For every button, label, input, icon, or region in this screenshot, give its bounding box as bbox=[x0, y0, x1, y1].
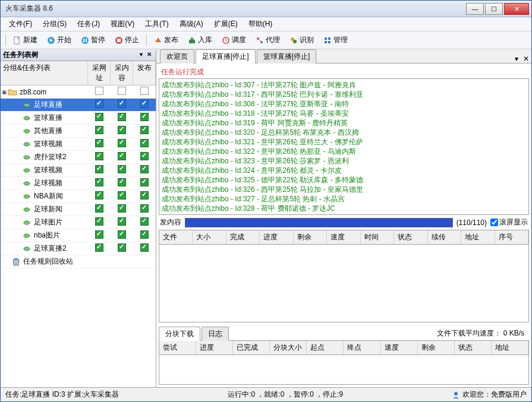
checkbox[interactable] bbox=[95, 217, 103, 226]
col-publish[interactable]: 发布 bbox=[133, 61, 156, 85]
tree-item[interactable]: 篮球视频 bbox=[1, 138, 156, 151]
checkbox[interactable] bbox=[95, 87, 103, 95]
checkbox[interactable] bbox=[95, 165, 103, 173]
checkbox[interactable] bbox=[118, 165, 126, 173]
grid-col[interactable]: 已完成 bbox=[233, 341, 270, 354]
tree-item[interactable]: nba图片 bbox=[1, 229, 156, 242]
recognize-button[interactable]: 识别 bbox=[286, 33, 317, 47]
checkbox[interactable] bbox=[118, 139, 126, 147]
tab[interactable]: 足球直播[停止] bbox=[196, 49, 256, 64]
panel-dropdown-icon[interactable]: ▾ bbox=[137, 51, 145, 59]
checkbox[interactable] bbox=[140, 113, 149, 121]
grid-col[interactable]: 尝试 bbox=[159, 341, 196, 354]
checkbox[interactable] bbox=[118, 178, 126, 186]
subtab-chunk[interactable]: 分块下载 bbox=[159, 327, 200, 341]
checkbox[interactable] bbox=[95, 113, 103, 121]
checkbox[interactable] bbox=[95, 243, 103, 252]
tab-dropdown-icon[interactable]: ▾ bbox=[512, 55, 521, 63]
grid-col[interactable]: 剩余 bbox=[418, 341, 455, 354]
grid-col[interactable]: 地址 bbox=[461, 230, 495, 244]
grid-col[interactable]: 文件 bbox=[159, 230, 193, 244]
checkbox[interactable] bbox=[95, 126, 103, 134]
tab[interactable]: 篮球直播[停止] bbox=[257, 49, 317, 64]
menu-item[interactable]: 帮助(H) bbox=[244, 18, 278, 30]
pause-button[interactable]: 暂停 bbox=[77, 33, 109, 47]
checkbox[interactable] bbox=[140, 191, 149, 200]
checkbox[interactable] bbox=[140, 87, 149, 95]
tree-item[interactable]: 足球图片 bbox=[1, 216, 156, 229]
scroll-checkbox[interactable]: 滚屏显示 bbox=[490, 217, 528, 227]
tree-item[interactable]: 虎扑篮球2 bbox=[1, 151, 156, 164]
new-button[interactable]: 新建 bbox=[10, 33, 41, 47]
checkbox[interactable] bbox=[140, 126, 149, 134]
grid-col[interactable]: 地址 bbox=[492, 341, 528, 354]
panel-close-icon[interactable]: ✕ bbox=[145, 51, 153, 59]
checkbox[interactable] bbox=[95, 178, 103, 186]
tab-close-icon[interactable]: ✕ bbox=[521, 55, 531, 63]
grid-col[interactable]: 终点 bbox=[344, 341, 380, 354]
minimize-button[interactable]: — bbox=[466, 3, 484, 15]
checkbox[interactable] bbox=[118, 152, 126, 160]
tab[interactable]: 欢迎页 bbox=[160, 49, 194, 64]
schedule-button[interactable]: 调度 bbox=[218, 33, 250, 47]
checkbox[interactable] bbox=[140, 178, 149, 186]
recycle-bin-row[interactable]: 任务规则回收站 bbox=[1, 255, 156, 268]
grid-col[interactable]: 状态 bbox=[455, 341, 492, 354]
grid-col[interactable]: 进度 bbox=[260, 230, 293, 244]
grid-col[interactable]: 分块大小 bbox=[270, 341, 307, 354]
checkbox[interactable] bbox=[140, 152, 149, 160]
grid-col[interactable]: 进度 bbox=[196, 341, 233, 354]
checkbox[interactable] bbox=[140, 100, 149, 108]
menu-item[interactable]: 分组(S) bbox=[38, 18, 71, 30]
grid-col[interactable]: 续传 bbox=[428, 230, 461, 244]
tree-item[interactable]: 足球直播2 bbox=[1, 242, 156, 255]
checkbox[interactable] bbox=[95, 139, 103, 147]
grid-col[interactable]: 剩余 bbox=[294, 230, 327, 244]
checkbox[interactable] bbox=[118, 191, 126, 200]
checkbox[interactable] bbox=[140, 243, 149, 252]
tree-item[interactable]: 足球新闻 bbox=[1, 203, 156, 216]
maximize-button[interactable]: ☐ bbox=[485, 3, 503, 15]
grid-col[interactable]: 速度 bbox=[381, 341, 418, 354]
checkbox[interactable] bbox=[118, 243, 126, 252]
tree-item[interactable]: 足球直播 bbox=[1, 99, 156, 112]
checkbox[interactable] bbox=[118, 204, 126, 213]
grid-col[interactable]: 速度 bbox=[327, 230, 360, 244]
grid-col[interactable]: 完成 bbox=[226, 230, 260, 244]
menu-item[interactable]: 视图(V) bbox=[106, 18, 139, 30]
checkbox[interactable] bbox=[118, 230, 126, 239]
grid-col[interactable]: 起点 bbox=[307, 341, 344, 354]
tree-item[interactable]: 其他直播 bbox=[1, 125, 156, 138]
checkbox[interactable] bbox=[95, 230, 103, 239]
checkbox[interactable] bbox=[140, 139, 149, 147]
grid-col[interactable]: 序号 bbox=[495, 230, 528, 244]
tree-item[interactable]: NBA新闻 bbox=[1, 190, 156, 203]
checkbox[interactable] bbox=[118, 217, 126, 226]
stop-button[interactable]: 停止 bbox=[111, 33, 143, 47]
checkbox[interactable] bbox=[95, 204, 103, 213]
expander-icon[interactable]: ▣ bbox=[1, 89, 8, 95]
checkbox[interactable] bbox=[118, 87, 126, 95]
checkbox[interactable] bbox=[118, 100, 126, 108]
close-button[interactable]: ✕ bbox=[504, 3, 529, 15]
tree-item[interactable]: 足球视频 bbox=[1, 177, 156, 190]
checkbox[interactable] bbox=[140, 204, 149, 213]
tree-root[interactable]: ▣ zb8.com bbox=[1, 86, 156, 99]
col-url[interactable]: 采网址 bbox=[88, 61, 111, 85]
checkbox[interactable] bbox=[140, 165, 149, 173]
log-box[interactable]: 成功发布到站点zhibo - Id:307 - 法甲第27轮 图卢兹 - 阿雅克… bbox=[159, 78, 529, 215]
start-button[interactable]: 开始 bbox=[43, 33, 75, 47]
grid-col[interactable]: 状态 bbox=[394, 230, 427, 244]
menu-item[interactable]: 高级(A) bbox=[175, 18, 208, 30]
publish-button[interactable]: 发布 bbox=[150, 33, 182, 47]
menu-item[interactable]: 扩展(E) bbox=[209, 18, 243, 30]
menu-item[interactable]: 文件(F) bbox=[4, 18, 37, 30]
grid-col[interactable]: 大小 bbox=[193, 230, 226, 244]
file-grid-body[interactable] bbox=[159, 245, 529, 322]
subtab-log[interactable]: 日志 bbox=[202, 327, 229, 341]
checkbox[interactable] bbox=[118, 126, 126, 134]
grid-col[interactable]: 时间 bbox=[361, 230, 394, 244]
menu-item[interactable]: 任务(J) bbox=[73, 18, 105, 30]
tree-item[interactable]: 篮球直播 bbox=[1, 112, 156, 125]
checkbox[interactable] bbox=[95, 100, 103, 108]
